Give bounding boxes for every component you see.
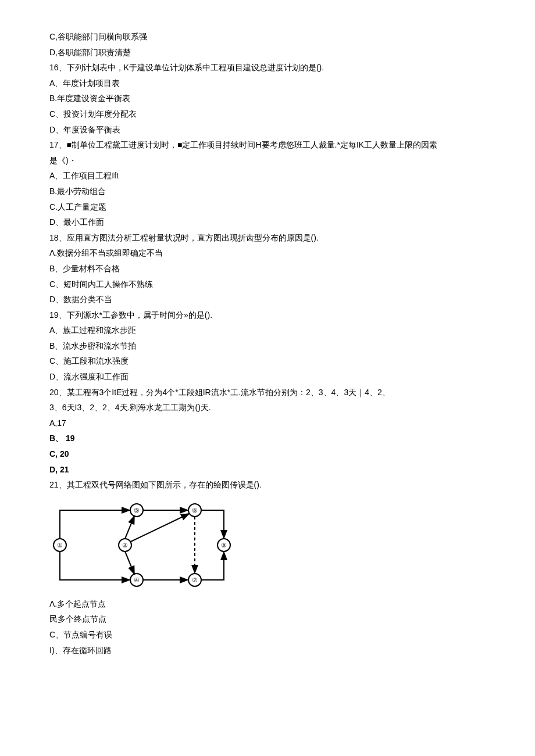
svg-line-8	[125, 551, 134, 574]
q18-option-a: Λ.数据分组不当或组即确定不当	[49, 245, 486, 261]
q17-stem-line2: 是《)・	[49, 153, 486, 169]
q19-option-a: A、族工过程和流水步距	[49, 323, 486, 338]
node-7: ⑦	[192, 576, 198, 583]
q19-option-d: D、流水强度和工作面	[49, 369, 486, 385]
q21-stem: 21、其工程双代号网络图如下图所示，存在的绘图传误是().	[49, 477, 486, 493]
q21-option-a: Λ.多个起点节点	[49, 596, 486, 612]
q20-stem-line1: 20、某工程有3个ItE过程，分为4个*工段姐IR流水*工.流水节拍分别为：2、…	[49, 385, 486, 400]
node-4: ④	[134, 576, 140, 583]
q20-option-c: C, 20	[49, 446, 486, 462]
node-8: ⑧	[221, 542, 227, 549]
q18-stem: 18、应用直方图法分析工程射量状况时，直方图出现折齿型分布的原因是().	[49, 230, 486, 246]
q17-stem-line1: 17、■制单位工程黛工进度计划时，■定工作项目持续时间H要考虑悠班工人裁量.*定…	[49, 137, 486, 153]
q16-stem: 16、下列计划表中，K于建设单位计划体系中工程项目建设总进度计划的是().	[49, 60, 486, 76]
node-1: ①	[57, 542, 63, 549]
svg-line-9	[131, 514, 189, 542]
q20-option-d: D, 21	[49, 462, 486, 478]
q16-option-c: C、投资计划年度分配衣	[49, 106, 486, 122]
q16-option-d: D、年度设备平衡表	[49, 122, 486, 138]
q18-option-d: D、数据分类不当	[49, 292, 486, 307]
node-6: ⑥	[192, 507, 198, 514]
q20-option-b: B、 19	[49, 431, 486, 446]
node-2: ②	[122, 542, 128, 549]
q16-option-b: B.年度建设资金平衡表	[49, 91, 486, 106]
q18-option-c: C、短时间内工人操作不熟练	[49, 277, 486, 292]
q19-option-b: B、流水步密和流水节拍	[49, 338, 486, 354]
q21-option-d: I)、存在循环回路	[49, 643, 486, 658]
q21-option-b: 民多个终点节点	[49, 611, 486, 627]
q15-option-c: C,谷职能部门间横向联系强	[49, 29, 486, 45]
svg-line-7	[125, 516, 134, 539]
node-5: ⑤	[134, 507, 140, 514]
q19-option-c: C、施工段和流水强度	[49, 353, 486, 369]
q18-option-b: B、少量材料不合格	[49, 261, 486, 277]
q15-option-d: D,各职能部门职责清楚	[49, 45, 486, 60]
q20-stem-line2: 3、6天I3、2、2、4天.剜海水龙工工期为()天.	[49, 400, 486, 415]
q21-option-c: C、节点编号有误	[49, 627, 486, 643]
network-diagram: ① ② ⑤ ④ ⑥ ⑦ ⑧ ③	[49, 499, 486, 592]
q16-option-a: A、年度计划项目表	[49, 76, 486, 91]
q20-option-a: A,17	[49, 415, 486, 431]
q17-option-d: D、最小工作面	[49, 214, 486, 230]
q17-option-c: C.人工产量定题	[49, 199, 486, 215]
q17-option-a: A、工作项目工程Ift	[49, 168, 486, 184]
q19-stem: 19、下列源水*工参数中，属于时间分»的是().	[49, 307, 486, 323]
q17-option-b: B.最小劳动组合	[49, 184, 486, 199]
